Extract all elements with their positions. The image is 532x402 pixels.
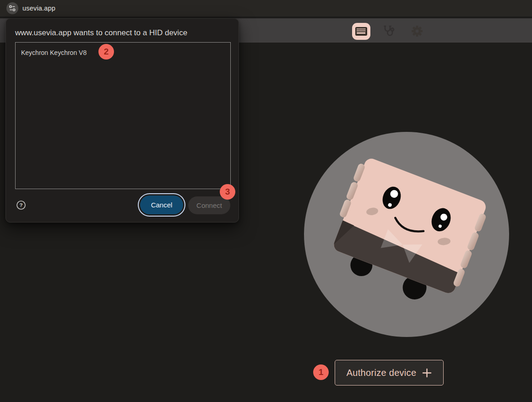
annotation-badge-2: 2 xyxy=(98,44,114,60)
device-list-item[interactable]: Keychron Keychron V8 xyxy=(16,43,230,63)
site-title: usevia.app xyxy=(22,5,55,12)
stethoscope-icon[interactable] xyxy=(382,24,396,38)
device-list: Keychron Keychron V8 xyxy=(15,42,231,189)
via-mascot-illustration xyxy=(304,132,509,337)
keyboard-icon xyxy=(355,27,367,36)
dialog-title: www.usevia.app wants to connect to a HID… xyxy=(15,28,187,38)
hid-permission-dialog: www.usevia.app wants to connect to a HID… xyxy=(5,18,239,223)
authorize-device-button[interactable]: Authorize device xyxy=(335,360,444,386)
browser-topbar: usevia.app xyxy=(0,0,532,16)
connect-button[interactable]: Connect xyxy=(188,196,230,214)
gear-icon[interactable] xyxy=(410,24,424,38)
sliders-icon xyxy=(6,2,18,14)
annotation-badge-1: 1 xyxy=(313,364,329,380)
device-name: Keychron Keychron V8 xyxy=(21,49,87,56)
help-icon[interactable]: ? xyxy=(16,200,26,210)
authorize-device-label: Authorize device xyxy=(347,368,417,378)
cancel-button[interactable]: Cancel xyxy=(140,196,183,214)
keyboard-tab-button[interactable] xyxy=(352,23,370,40)
app-window: usevia.app xyxy=(0,0,532,402)
annotation-badge-3: 3 xyxy=(220,184,235,200)
plus-icon xyxy=(422,368,432,378)
svg-text:?: ? xyxy=(19,202,22,208)
